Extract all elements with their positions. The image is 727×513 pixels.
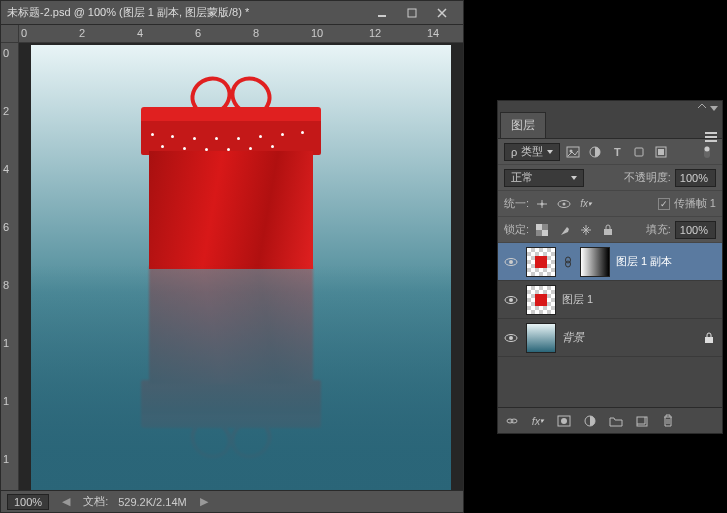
svg-rect-14 [536,224,542,230]
layer-row[interactable]: 图层 1 [498,281,722,319]
visibility-toggle[interactable] [502,329,520,347]
svg-point-24 [509,336,513,340]
svg-rect-5 [635,148,643,156]
status-doc-value: 529.2K/2.14M [118,496,187,508]
window-close-button[interactable] [427,3,457,23]
new-group-button[interactable] [606,411,626,431]
svg-point-10 [541,202,544,205]
zoom-field[interactable]: 100% [7,494,49,510]
mask-link-icon[interactable] [562,256,574,268]
layer-filter-row: ρ类型 T [498,139,722,165]
layer-row[interactable]: 背景 [498,319,722,357]
tab-layers[interactable]: 图层 [500,112,546,138]
filter-shape-icon[interactable] [630,143,648,161]
add-mask-button[interactable] [554,411,574,431]
blend-opacity-row: 正常 不透明度: 100% [498,165,722,191]
unify-visibility-icon[interactable] [555,195,573,213]
unify-row: 统一: fx▾ ✓ 传播帧 1 [498,191,722,217]
fill-label: 填充: [646,222,671,237]
svg-point-27 [511,419,517,423]
lock-all-icon[interactable] [599,221,617,239]
layer-row[interactable]: 图层 1 副本 [498,243,722,281]
layer-list-empty[interactable] [498,357,722,407]
layers-panel: 图层 ρ类型 T 正常 不透明度: 100% 统一: fx▾ ✓ 传播帧 1 锁… [497,100,723,434]
lock-pixels-icon[interactable] [555,221,573,239]
ruler-h-scale: 0 2 4 6 8 10 12 14 [19,25,463,42]
ruler-horizontal[interactable]: 0 2 4 6 8 10 12 14 [1,25,463,43]
document-title: 未标题-2.psd @ 100% (图层 1 副本, 图层蒙版/8) * [7,5,367,20]
svg-point-22 [509,298,513,302]
layer-list: 图层 1 副本 图层 1 背景 [498,243,722,407]
opacity-label: 不透明度: [624,170,671,185]
svg-point-20 [566,261,571,267]
scroll-left-icon[interactable]: ◀ [59,495,73,509]
gift-box-graphic [141,71,321,266]
svg-point-9 [705,146,710,151]
svg-rect-0 [378,15,386,17]
propagate-label: 传播帧 1 [674,196,716,211]
lock-position-icon[interactable] [577,221,595,239]
svg-point-12 [563,202,566,205]
svg-rect-1 [408,9,416,17]
visibility-toggle[interactable] [502,291,520,309]
svg-rect-15 [542,230,548,236]
link-layers-button[interactable] [502,411,522,431]
layer-thumbnail[interactable] [526,247,556,277]
filter-kind-select[interactable]: ρ类型 [504,143,560,161]
canvas[interactable] [31,45,451,490]
panel-tabs: 图层 [498,115,722,139]
mask-thumbnail[interactable] [580,247,610,277]
layer-name[interactable]: 背景 [562,330,698,345]
lock-fill-row: 锁定: 填充: 100% [498,217,722,243]
document-statusbar: 100% ◀ 文档: 529.2K/2.14M ▶ [1,490,463,512]
svg-point-29 [561,418,567,424]
fill-field[interactable]: 100% [675,221,716,239]
panel-footer: fx▾ [498,407,722,433]
filter-text-icon[interactable]: T [608,143,626,161]
unify-style-icon[interactable]: fx▾ [577,195,595,213]
layer-name[interactable]: 图层 1 副本 [616,254,718,269]
layer-fx-button[interactable]: fx▾ [528,411,548,431]
svg-point-18 [509,260,513,264]
filter-smart-icon[interactable] [652,143,670,161]
status-flyout-icon[interactable]: ▶ [197,495,211,509]
visibility-toggle[interactable] [502,253,520,271]
svg-rect-7 [658,149,664,155]
filter-adjust-icon[interactable] [586,143,604,161]
unify-label: 统一: [504,196,529,211]
unify-position-icon[interactable] [533,195,551,213]
window-maximize-button[interactable] [397,3,427,23]
hamburger-icon [705,136,717,138]
new-adjustment-button[interactable] [580,411,600,431]
document-titlebar[interactable]: 未标题-2.psd @ 100% (图层 1 副本, 图层蒙版/8) * [1,1,463,25]
lock-label: 锁定: [504,222,529,237]
ruler-corner [1,25,19,42]
lock-transparency-icon[interactable] [533,221,551,239]
blend-mode-select[interactable]: 正常 [504,169,584,187]
svg-rect-25 [705,337,713,343]
layer-thumbnail[interactable] [526,323,556,353]
status-doc-label: 文档: [83,494,108,509]
document-window: 未标题-2.psd @ 100% (图层 1 副本, 图层蒙版/8) * 0 2… [0,0,464,513]
opacity-field[interactable]: 100% [675,169,716,187]
filter-toggle-switch[interactable] [698,143,716,161]
panel-menu-button[interactable] [700,136,722,138]
layer-thumbnail[interactable] [526,285,556,315]
canvas-area[interactable] [19,43,463,490]
svg-rect-16 [604,229,612,235]
lock-icon [704,332,718,344]
layer-name[interactable]: 图层 1 [562,292,718,307]
ruler-vertical[interactable]: 0 2 4 6 8 1 1 1 [1,43,19,490]
new-layer-button[interactable] [632,411,652,431]
propagate-checkbox[interactable]: ✓ [658,198,670,210]
panel-collapse-icon [698,104,706,112]
window-minimize-button[interactable] [367,3,397,23]
delete-layer-button[interactable] [658,411,678,431]
filter-pixel-icon[interactable] [564,143,582,161]
